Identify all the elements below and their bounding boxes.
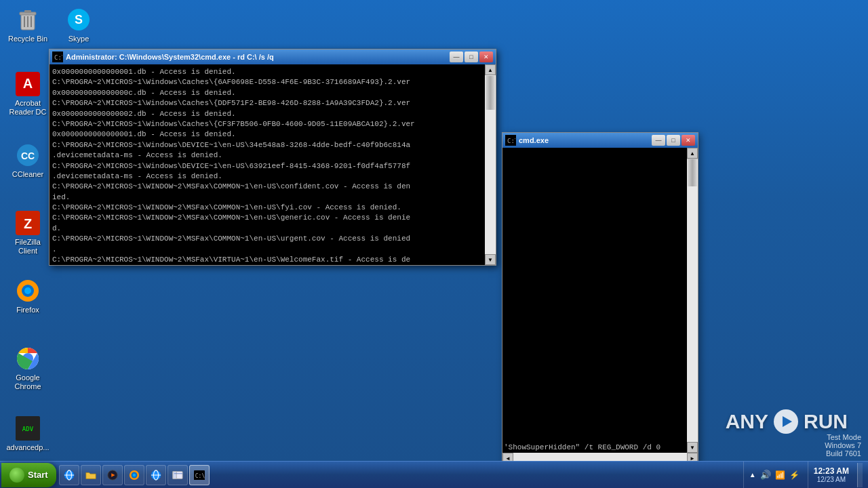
desktop-icon-ccleaner[interactable]: CC CCleaner (3, 139, 52, 182)
cmd-minimize-button[interactable]: — (450, 52, 463, 62)
second-titlebar[interactable]: C:\ cmd.exe — □ ✕ (502, 133, 698, 148)
svg-point-34 (132, 473, 135, 476)
svg-text:S: S (75, 13, 83, 26)
anyrun-text: ANY (726, 410, 768, 433)
chrome-icon (14, 345, 41, 372)
desktop-icon-recycle-bin[interactable]: Recycle Bin (3, 3, 52, 46)
cmd-close-button[interactable]: ✕ (479, 52, 493, 62)
desktop-icon-advancedp[interactable]: ADV advancedp... (3, 412, 52, 455)
second-maximize-button[interactable]: □ (667, 135, 680, 146)
desktop-icon-firefox[interactable]: Firefox (3, 274, 52, 317)
taskbar-right: ▲ 🔊 📶 ⚡ 12:23 AM 12/23 AM (743, 462, 868, 488)
second-close-button[interactable]: ✕ (682, 135, 695, 146)
test-mode-line1: Test Mode (825, 433, 861, 441)
advancedp-label: advancedp... (7, 443, 50, 452)
second-title-text: cmd.exe (519, 136, 652, 144)
second-scroll-up[interactable]: ▲ (687, 148, 698, 159)
folder-icon (85, 470, 96, 481)
svg-text:C:\: C:\ (507, 138, 515, 144)
taskbar-ie2-button[interactable] (146, 465, 166, 485)
desktop-icon-acrobat[interactable]: A AcrobatReader DC (3, 68, 52, 119)
skype-label: Skype (68, 35, 90, 43)
second-content: 'ShowSuperHidden" /t REG_DWORD /d 0 (502, 148, 698, 453)
cmd-scrollbar[interactable]: ▲ ▼ (485, 64, 496, 265)
ie-icon (64, 469, 75, 481)
taskbar-explorer-button[interactable] (167, 465, 188, 485)
acrobat-label: AcrobatReader DC (9, 99, 46, 117)
firefox-taskbar-icon (129, 469, 140, 481)
acrobat-icon: A (14, 70, 41, 98)
anyrun-watermark: ANY RUN (726, 409, 848, 434)
firefox-label: Firefox (16, 306, 39, 314)
cmd-taskbar-icon: C:\ (194, 470, 205, 481)
show-desktop-button[interactable] (857, 463, 863, 487)
test-mode-line2: Windows 7 (825, 441, 861, 449)
cmd-title-text: Administrator: C:\Windows\System32\cmd.e… (66, 53, 450, 61)
cmd-body: 0x0000000000000001.db - Access is denied… (50, 64, 496, 265)
desktop-icon-chrome[interactable]: GoogleChrome (3, 342, 52, 394)
clock-area[interactable]: 12:23 AM 12/23 AM (808, 462, 854, 488)
tray-power-icon[interactable]: ⚡ (789, 470, 800, 480)
chrome-label: GoogleChrome (14, 373, 41, 391)
scroll-down-button[interactable]: ▼ (485, 254, 496, 265)
svg-rect-2 (24, 10, 31, 13)
anyrun-suffix: RUN (804, 410, 848, 433)
ccleaner-icon: CC (14, 142, 41, 169)
taskbar-firefox-button[interactable] (124, 465, 144, 485)
start-orb (9, 468, 24, 483)
second-window: C:\ cmd.exe — □ ✕ ▲ ▼ 'ShowSuperHidden" … (502, 132, 698, 464)
ccleaner-label: CCleaner (12, 170, 43, 179)
svg-point-18 (24, 287, 31, 294)
taskbar-apps: C:\ (59, 462, 210, 488)
test-mode-line3: Build 7601 (825, 449, 861, 458)
filezilla-icon: Z (14, 209, 41, 237)
taskbar-media-button[interactable] (102, 465, 123, 485)
clock-date: 12/23 AM (817, 476, 846, 483)
tray-expand-icon[interactable]: ▲ (749, 471, 756, 479)
system-tray: ▲ 🔊 📶 ⚡ (743, 462, 805, 488)
second-scrollbar[interactable]: ▲ ▼ (687, 148, 698, 453)
second-minimize-button[interactable]: — (652, 135, 665, 146)
svg-rect-40 (174, 473, 182, 474)
tray-sound-icon[interactable]: 🔊 (760, 470, 771, 480)
svg-text:CC: CC (21, 150, 35, 161)
registry-command: 'ShowSuperHidden" /t REG_DWORD /d 0 (504, 443, 660, 451)
svg-text:C:\: C:\ (54, 54, 62, 61)
explorer-icon (172, 470, 183, 481)
cmd-window-controls: — □ ✕ (450, 52, 493, 62)
firefox-icon (14, 277, 41, 304)
scroll-track (485, 75, 496, 254)
second-scroll-thumb[interactable] (688, 159, 697, 186)
desktop-icon-skype[interactable]: S Skype (54, 3, 103, 46)
skype-icon: S (65, 6, 92, 33)
cmd-maximize-button[interactable]: □ (465, 52, 478, 62)
taskbar-ie-button[interactable] (59, 465, 79, 485)
cmd-window: C:\ Administrator: C:\Windows\System32\c… (49, 49, 496, 266)
tray-network-icon[interactable]: 📶 (775, 470, 785, 480)
desktop-icon-filezilla[interactable]: Z FileZilla Client (3, 207, 52, 258)
media-icon (107, 469, 118, 481)
taskbar-folder-button[interactable] (81, 465, 101, 485)
desktop: Recycle Bin S Skype W warprimer A Acroba… (0, 0, 868, 488)
recycle-bin-icon (14, 6, 41, 33)
second-title-icon: C:\ (505, 135, 516, 146)
svg-text:C:\: C:\ (195, 472, 204, 479)
taskbar-cmd-button[interactable]: C:\ (189, 465, 210, 485)
second-scroll-down[interactable]: ▼ (687, 442, 698, 453)
filezilla-label: FileZilla Client (6, 238, 50, 256)
test-mode-overlay: Test Mode Windows 7 Build 7601 (825, 433, 861, 458)
svg-text:Z: Z (24, 216, 32, 231)
scroll-up-button[interactable]: ▲ (485, 64, 496, 75)
svg-rect-39 (173, 471, 176, 479)
advancedp-icon: ADV (14, 415, 41, 442)
scroll-thumb[interactable] (486, 76, 495, 110)
ie2-icon (151, 469, 161, 481)
start-button[interactable]: Start (1, 463, 56, 487)
svg-text:A: A (23, 76, 33, 91)
taskbar: Start (0, 461, 868, 488)
anyrun-play-icon (774, 409, 798, 434)
cmd-content[interactable]: 0x0000000000000001.db - Access is denied… (50, 64, 496, 265)
recycle-bin-label: Recycle Bin (8, 35, 47, 43)
cmd-titlebar[interactable]: C:\ Administrator: C:\Windows\System32\c… (50, 49, 496, 64)
start-label: Start (28, 470, 48, 480)
